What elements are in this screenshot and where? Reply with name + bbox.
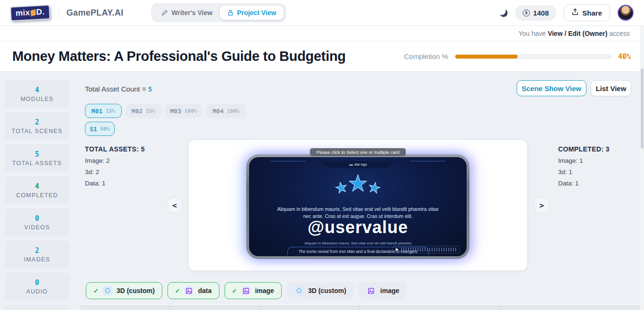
table-header-cell xyxy=(170,306,259,310)
access-role: View / Edit (Owner) xyxy=(548,30,608,37)
asset-badge-3d-custom[interactable]: ✓ 3D (custom) xyxy=(86,282,162,299)
total-assets-image: Image: 2 xyxy=(85,157,172,164)
scene-screen[interactable]: ▲▲ star logo ★ ★ ★ Aliquam in bibendum m… xyxy=(249,157,467,256)
credits-pill[interactable]: $ 1408 xyxy=(515,5,556,21)
logo-text-d: D. xyxy=(36,7,45,17)
badge-label: data xyxy=(198,287,212,294)
badge-label: image xyxy=(380,287,399,294)
check-icon: ✓ xyxy=(232,287,237,294)
tab-project-view-label: Project View xyxy=(237,9,276,17)
stat-value: 4 xyxy=(35,86,39,94)
badge-label: 3D (custom) xyxy=(117,287,155,294)
scrollbar-track[interactable] xyxy=(640,26,644,310)
stat-card-completed[interactable]: 4 COMPLETED xyxy=(4,176,70,205)
asset-badge-image[interactable]: ✓ image xyxy=(225,282,282,299)
asset-badge-image-pending[interactable]: image xyxy=(359,282,407,299)
stat-card-audio[interactable]: 0 AUDIO xyxy=(4,272,70,301)
logo-text-mix: mix xyxy=(15,8,30,18)
scene-preview-panel: Please click to Select one or multiple c… xyxy=(189,140,527,270)
credits-count: 1408 xyxy=(533,9,549,17)
scene-screen-frame[interactable]: ▲▲ star logo ★ ★ ★ Aliquam in bibendum m… xyxy=(246,154,469,259)
access-prefix: You have xyxy=(519,30,546,37)
module-id: M03 xyxy=(170,108,181,115)
stat-value: 0 xyxy=(35,278,39,287)
scene-tab-s1[interactable]: S1 60% xyxy=(85,122,115,136)
scene-pct: 60% xyxy=(100,126,110,132)
completed-heading: COMPLETED: 3 xyxy=(558,145,644,153)
stat-card-total-assets[interactable]: 5 TOTAL ASSETS xyxy=(4,143,70,173)
check-icon: ✓ xyxy=(175,287,180,294)
scene-id: S1 xyxy=(90,126,97,133)
pencil-icon xyxy=(161,9,168,16)
access-bar: You have View / Edit (Owner) access xyxy=(0,26,644,42)
dark-mode-moon-icon[interactable] xyxy=(499,8,509,18)
stat-card-videos[interactable]: 0 VIDEOS xyxy=(4,208,70,237)
module-tab-m01[interactable]: M01 15% xyxy=(85,104,122,118)
prev-scene-button[interactable]: < xyxy=(166,197,183,214)
page-title: Money Matters: A Professional's Guide to… xyxy=(12,49,346,64)
tab-project-view[interactable]: Project View xyxy=(220,6,284,20)
stat-value: 2 xyxy=(35,246,39,255)
star-icon: ★ xyxy=(348,172,368,195)
table-header-cell xyxy=(500,306,640,310)
completion-label: Completion % xyxy=(404,52,448,60)
3d-asset-icon xyxy=(294,286,304,295)
module-tab-m02[interactable]: M02 25% xyxy=(125,104,161,118)
stat-value: 2 xyxy=(35,118,39,126)
next-scene-button[interactable]: > xyxy=(533,197,550,214)
scene-banner: ▲▲ star logo xyxy=(318,161,398,168)
module-tab-m03[interactable]: M03 100% xyxy=(165,104,202,118)
module-id: M01 xyxy=(92,108,102,115)
module-pct: 100% xyxy=(184,108,197,114)
stat-card-partial[interactable] xyxy=(4,304,70,310)
asset-badge-data[interactable]: ✓ data xyxy=(167,282,219,299)
asset-badges-row: ✓ 3D (custom) ✓ data ✓ image 3D (custom)… xyxy=(86,282,407,299)
scene-banner-label: star logo xyxy=(354,163,367,166)
total-assets-heading: TOTAL ASSETS: 5 xyxy=(85,145,172,153)
stat-value: 5 xyxy=(35,150,39,159)
selection-tooltip: Please click to Select one or multiple c… xyxy=(310,148,406,156)
logo-3-stack-icon xyxy=(30,8,36,16)
title-bar: Money Matters: A Professional's Guide to… xyxy=(0,42,644,72)
total-assets-3d: 3d: 2 xyxy=(85,168,172,176)
stat-card-total-scenes[interactable]: 2 TOTAL SCENES xyxy=(4,111,70,141)
user-avatar[interactable] xyxy=(618,5,634,21)
asset-table-header-strip xyxy=(80,306,640,310)
completion-progress-bar xyxy=(455,54,611,59)
module-pct: 25% xyxy=(146,108,155,114)
stat-label: VIDEOS xyxy=(24,224,50,231)
completion-progress-fill xyxy=(455,55,518,59)
stat-label: IMAGES xyxy=(24,256,50,263)
divider xyxy=(59,7,59,19)
stat-card-modules[interactable]: 4 MODULES xyxy=(4,79,70,109)
scene-caption: The iconic reveal from Iron Man and a fi… xyxy=(287,247,429,255)
asset-badge-3d-custom-pending[interactable]: 3D (custom) xyxy=(287,282,354,299)
scrollbar-thumb[interactable] xyxy=(641,68,644,149)
star-icon: ★ xyxy=(334,180,349,196)
stat-label: AUDIO xyxy=(26,288,48,295)
completed-3d: 3d: 1 xyxy=(558,168,644,176)
uservalue-text: @uservalue xyxy=(249,218,467,237)
scene-show-view-button[interactable]: Scene Show View xyxy=(517,80,586,96)
total-assets-data: Data: 1 xyxy=(85,180,172,187)
top-navbar: mixD. GamePLAY.AI Writer's View Project … xyxy=(0,0,644,26)
module-tab-m04[interactable]: M04 100% xyxy=(206,104,246,118)
share-button[interactable]: Share xyxy=(564,4,610,21)
stat-label: TOTAL ASSETS xyxy=(12,160,62,167)
total-asset-count-value: 5 xyxy=(148,85,152,93)
mix3d-logo[interactable]: mixD. xyxy=(10,4,50,21)
view-tab-group: Writer's View Project View xyxy=(151,3,286,22)
tab-writers-view[interactable]: Writer's View xyxy=(154,6,220,20)
mountain-icon: ▲▲ xyxy=(349,163,352,166)
table-header-cell xyxy=(80,306,170,310)
image-asset-icon xyxy=(184,286,194,295)
stat-label: COMPLETED xyxy=(16,192,58,199)
image-asset-icon xyxy=(241,286,251,295)
module-pct: 100% xyxy=(227,108,240,114)
list-view-button[interactable]: List View xyxy=(591,80,631,96)
completed-data: Data: 1 xyxy=(558,180,644,187)
total-asset-count: Total Asset Count = 5 xyxy=(85,85,152,93)
lock-icon xyxy=(227,9,234,16)
app-name: GamePLAY.AI xyxy=(67,8,124,18)
stat-card-images[interactable]: 2 IMAGES xyxy=(4,240,70,269)
